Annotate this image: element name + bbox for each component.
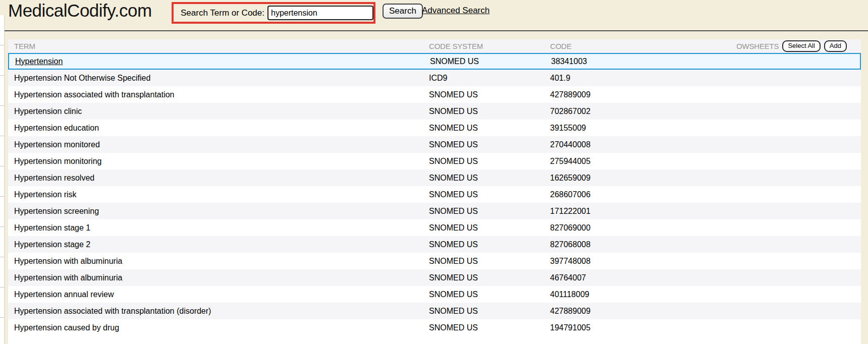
term-link[interactable]: Hypertension monitored — [14, 140, 100, 149]
term-cell: Hypertension — [9, 57, 424, 66]
search-label: Search Term or Code: — [181, 8, 264, 18]
term-link[interactable]: Hypertension annual review — [14, 290, 114, 299]
term-cell: Hypertension monitoring — [8, 157, 423, 166]
code-cell: 401118009 — [544, 290, 737, 299]
code-cell: 397748008 — [544, 257, 737, 266]
term-cell: Hypertension Not Otherwise Specified — [8, 74, 423, 83]
table-row: Hypertension riskSNOMED US268607006 — [8, 186, 861, 203]
code-system-cell: SNOMED US — [423, 157, 544, 166]
term-cell: Hypertension risk — [8, 190, 423, 199]
term-cell: Hypertension resolved — [8, 174, 423, 183]
term-link[interactable]: Hypertension with albuminuria — [14, 257, 122, 265]
code-system-cell: SNOMED US — [423, 323, 544, 332]
term-cell: Hypertension caused by drug — [8, 323, 423, 332]
select-all-button[interactable]: Select All — [782, 40, 820, 51]
code-cell: 162659009 — [544, 174, 737, 183]
column-header-term: TERM — [8, 42, 423, 50]
left-edge-ruler — [0, 15, 5, 344]
code-cell: 268607006 — [544, 190, 737, 199]
table-row: Hypertension Not Otherwise SpecifiedICD9… — [8, 70, 861, 86]
term-cell: Hypertension with albuminuria — [8, 257, 423, 266]
code-cell: 427889009 — [544, 307, 737, 316]
table-row: HypertensionSNOMED US38341003 — [8, 53, 861, 70]
header: MedicalCodify.com Search Term or Code: S… — [0, 0, 868, 31]
table-row: Hypertension caused by drugSNOMED US1947… — [8, 319, 861, 336]
term-cell: Hypertension annual review — [8, 290, 423, 299]
term-link[interactable]: Hypertension resolved — [14, 174, 94, 182]
table-row: Hypertension stage 1SNOMED US827069000 — [8, 219, 861, 236]
term-cell: Hypertension associated with transplanta… — [8, 307, 423, 316]
code-cell: 702867002 — [544, 107, 737, 116]
term-link[interactable]: Hypertension Not Otherwise Specified — [14, 74, 150, 82]
code-system-cell: SNOMED US — [423, 124, 544, 133]
code-system-cell: SNOMED US — [423, 223, 544, 233]
term-link[interactable]: Hypertension education — [14, 124, 99, 132]
table-row: Hypertension screeningSNOMED US171222001 — [8, 203, 861, 219]
code-system-cell: SNOMED US — [423, 90, 544, 99]
column-header-code: CODE — [544, 42, 737, 50]
code-cell: 46764007 — [544, 273, 737, 282]
term-link[interactable]: Hypertension risk — [14, 190, 77, 199]
code-system-cell: SNOMED US — [423, 140, 544, 149]
term-link[interactable]: Hypertension stage 2 — [14, 240, 90, 249]
code-cell: 39155009 — [544, 124, 737, 133]
table-row: Hypertension associated with transplanta… — [8, 303, 861, 319]
flowsheets-label: FLOWSHEETS — [737, 42, 779, 50]
table-row: Hypertension clinicSNOMED US702867002 — [8, 103, 861, 120]
term-cell: Hypertension education — [8, 124, 423, 133]
code-cell: 827069000 — [544, 223, 737, 233]
table-row: Hypertension stage 2SNOMED US827068008 — [8, 236, 861, 253]
search-input[interactable] — [267, 6, 373, 20]
term-cell: Hypertension stage 2 — [8, 240, 423, 249]
code-cell: 194791005 — [544, 323, 737, 332]
term-link[interactable]: Hypertension — [15, 57, 63, 66]
code-cell: 171222001 — [544, 207, 737, 216]
code-system-cell: SNOMED US — [423, 240, 544, 249]
code-system-cell: SNOMED US — [424, 57, 545, 66]
code-system-cell: SNOMED US — [423, 290, 544, 299]
term-cell: Hypertension screening — [8, 207, 423, 216]
term-link[interactable]: Hypertension screening — [14, 207, 99, 215]
code-system-cell: SNOMED US — [423, 307, 544, 316]
table-row: Hypertension resolvedSNOMED US162659009 — [8, 169, 861, 186]
header-divider — [4, 30, 868, 31]
table-row: Hypertension with albuminuriaSNOMED US46… — [8, 269, 861, 286]
term-link[interactable]: Hypertension caused by drug — [14, 323, 119, 332]
term-cell: Hypertension stage 1 — [8, 223, 423, 233]
results-table: TERM CODE SYSTEM CODE FLOWSHEETS Select … — [8, 39, 861, 344]
term-cell: Hypertension associated with transplanta… — [8, 90, 423, 99]
search-button[interactable]: Search — [383, 4, 423, 19]
site-title: MedicalCodify.com — [8, 1, 152, 21]
add-button[interactable]: Add — [824, 40, 847, 51]
term-link[interactable]: Hypertension stage 1 — [14, 223, 90, 232]
results-table-body: HypertensionSNOMED US38341003Hypertensio… — [8, 53, 861, 336]
code-system-cell: SNOMED US — [423, 174, 544, 183]
term-link[interactable]: Hypertension with albuminuria — [14, 273, 122, 282]
term-link[interactable]: Hypertension monitoring — [14, 157, 101, 165]
code-cell: 275944005 — [544, 157, 737, 166]
table-row: Hypertension associated with transplanta… — [8, 86, 861, 103]
column-header-flowsheets: FLOWSHEETS Select All Add — [737, 40, 861, 51]
table-row: Hypertension monitoredSNOMED US270440008 — [8, 136, 861, 153]
term-link[interactable]: Hypertension clinic — [14, 107, 82, 116]
code-cell: 827068008 — [544, 240, 737, 249]
code-cell: 401.9 — [544, 74, 737, 83]
column-header-code-system: CODE SYSTEM — [423, 42, 544, 50]
term-cell: Hypertension with albuminuria — [8, 273, 423, 282]
code-system-cell: SNOMED US — [423, 257, 544, 266]
term-cell: Hypertension clinic — [8, 107, 423, 116]
table-row: Hypertension with albuminuriaSNOMED US39… — [8, 253, 861, 269]
code-system-cell: SNOMED US — [423, 190, 544, 199]
code-system-cell: SNOMED US — [423, 273, 544, 282]
table-row: Hypertension annual reviewSNOMED US40111… — [8, 286, 861, 303]
search-highlight-box: Search Term or Code: — [172, 2, 375, 24]
code-system-cell: SNOMED US — [423, 107, 544, 116]
page: MedicalCodify.com Search Term or Code: S… — [0, 0, 868, 344]
code-cell: 270440008 — [544, 140, 737, 149]
term-link[interactable]: Hypertension associated with transplanta… — [14, 307, 211, 315]
code-system-cell: SNOMED US — [423, 207, 544, 216]
advanced-search-link[interactable]: Advanced Search — [422, 6, 490, 16]
code-system-cell: ICD9 — [423, 74, 544, 83]
term-link[interactable]: Hypertension associated with transplanta… — [14, 90, 175, 99]
code-cell: 38341003 — [545, 57, 738, 66]
